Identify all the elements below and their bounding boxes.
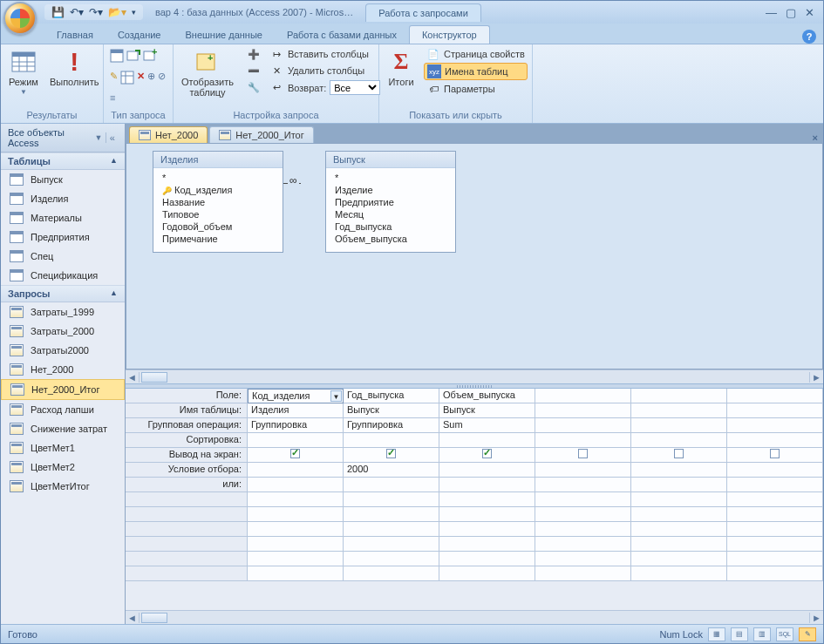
nav-group-header[interactable]: Запросы▲ xyxy=(1,285,125,302)
qat-more-icon[interactable]: ▾ xyxy=(132,8,136,17)
nav-item[interactable]: Выпуск xyxy=(1,170,125,189)
undo-icon[interactable]: ↶▾ xyxy=(70,6,84,18)
view-datasheet-button[interactable]: ▦ xyxy=(708,627,725,641)
minimize-button[interactable]: — xyxy=(766,6,777,19)
grid-cell[interactable] xyxy=(248,537,344,552)
grid-cell[interactable] xyxy=(535,448,631,463)
nav-item[interactable]: Изделия xyxy=(1,189,125,208)
grid-cell[interactable]: Год_выпуска xyxy=(344,389,439,403)
checkbox[interactable] xyxy=(578,449,588,458)
grid-cell[interactable] xyxy=(727,433,823,448)
grid-cell[interactable] xyxy=(727,507,823,522)
run-button[interactable]: ! Выполнить xyxy=(45,46,103,89)
make-table-icon[interactable] xyxy=(126,49,140,64)
nav-item[interactable]: Затраты_2000 xyxy=(1,322,125,341)
grid-cell[interactable]: Группировка xyxy=(248,418,344,433)
nav-group-header[interactable]: Таблицы▲ xyxy=(1,153,125,170)
grid-cell[interactable] xyxy=(344,537,439,552)
grid-cell[interactable] xyxy=(248,492,344,507)
nav-item[interactable]: Расход лапши xyxy=(1,400,125,419)
grid-cell[interactable] xyxy=(631,389,727,403)
grid-cell[interactable]: Код_изделия▼ xyxy=(248,389,344,403)
grid-cell[interactable] xyxy=(631,433,727,448)
grid-cell[interactable] xyxy=(727,418,823,433)
nav-item[interactable]: Спец xyxy=(1,247,125,266)
grid-cell[interactable] xyxy=(344,492,439,507)
grid-cell[interactable] xyxy=(727,448,823,463)
scroll-right-icon[interactable]: ► xyxy=(809,613,823,623)
grid-cell[interactable] xyxy=(248,448,344,463)
field-item[interactable]: Изделие xyxy=(335,184,446,196)
grid-cell[interactable] xyxy=(631,492,727,507)
grid-cell[interactable] xyxy=(535,403,631,418)
grid-cell[interactable] xyxy=(535,492,631,507)
passthrough-query-icon[interactable]: ⊘ xyxy=(158,71,166,82)
grid-cell[interactable] xyxy=(344,507,439,522)
grid-cell[interactable] xyxy=(344,566,439,581)
totals-button[interactable]: Σ Итоги xyxy=(383,46,419,89)
close-tab-button[interactable]: × xyxy=(807,132,823,143)
grid-cell[interactable] xyxy=(631,522,727,537)
grid-cell[interactable] xyxy=(727,478,823,492)
grid-cell[interactable] xyxy=(631,418,727,433)
grid-cell[interactable] xyxy=(248,566,344,581)
query-grid[interactable]: Поле:Код_изделия▼Год_выпускаОбъем_выпуск… xyxy=(126,389,823,581)
grid-cell[interactable] xyxy=(535,463,631,478)
checkbox[interactable] xyxy=(386,449,396,458)
grid-cell[interactable] xyxy=(439,463,535,478)
field-item[interactable]: Примечание xyxy=(162,233,274,245)
grid-cell[interactable]: Изделия xyxy=(248,403,344,418)
grid-cell[interactable]: Sum xyxy=(439,418,535,433)
view-pivottable-button[interactable]: ▤ xyxy=(731,627,748,641)
grid-cell[interactable] xyxy=(631,537,727,552)
grid-cell[interactable] xyxy=(535,522,631,537)
grid-cell[interactable]: Выпуск xyxy=(439,403,535,418)
document-tab[interactable]: Нет_2000 xyxy=(129,126,208,143)
grid-cell[interactable] xyxy=(727,566,823,581)
grid-cell[interactable] xyxy=(439,537,535,552)
tab-create[interactable]: Создание xyxy=(106,26,174,44)
grid-cell[interactable] xyxy=(727,537,823,552)
tab-external[interactable]: Внешние данные xyxy=(174,26,275,44)
grid-cell[interactable] xyxy=(535,566,631,581)
field-item[interactable]: Код_изделия xyxy=(162,184,274,196)
grid-cell[interactable] xyxy=(248,463,344,478)
grid-cell[interactable] xyxy=(439,478,535,492)
update-query-icon[interactable]: ✎ xyxy=(110,71,118,82)
grid-cell[interactable] xyxy=(727,403,823,418)
grid-cell[interactable] xyxy=(535,418,631,433)
nav-item[interactable]: ЦветМет2 xyxy=(1,458,125,477)
grid-cell[interactable] xyxy=(535,433,631,448)
grid-cell[interactable] xyxy=(439,522,535,537)
tab-home[interactable]: Главная xyxy=(44,26,106,44)
field-item[interactable]: Типовое xyxy=(162,208,274,220)
chevron-down-icon[interactable]: ▼ xyxy=(95,133,103,142)
datadef-query-icon[interactable]: ≡ xyxy=(110,92,115,103)
delete-cols-button[interactable]: ✕Удалить столбцы xyxy=(268,63,383,78)
grid-cell[interactable] xyxy=(727,492,823,507)
scroll-left-icon[interactable]: ◄ xyxy=(126,613,140,623)
grid-cell[interactable] xyxy=(344,448,439,463)
grid-cell[interactable] xyxy=(248,433,344,448)
show-table-button[interactable]: + Отобразить таблицу xyxy=(177,46,238,99)
delete-query-icon[interactable]: ✕ xyxy=(137,71,145,82)
scroll-thumb[interactable] xyxy=(141,372,167,383)
diagram-hscroll[interactable]: ◄► xyxy=(126,369,823,383)
grid-cell[interactable] xyxy=(344,478,439,492)
grid-cell[interactable]: Выпуск xyxy=(344,403,439,418)
grid-cell[interactable] xyxy=(439,566,535,581)
insert-rows-button[interactable]: ➕ xyxy=(244,46,263,62)
grid-cell[interactable] xyxy=(248,522,344,537)
field-item[interactable]: Предприятие xyxy=(335,196,446,208)
scroll-thumb[interactable] xyxy=(141,613,167,623)
grid-cell[interactable] xyxy=(727,389,823,403)
delete-rows-button[interactable]: ➖ xyxy=(244,63,263,78)
grid-cell[interactable] xyxy=(535,389,631,403)
tab-database[interactable]: Работа с базами данных xyxy=(275,26,409,44)
splitter[interactable] xyxy=(126,383,823,389)
nav-item[interactable]: Нет_2000 xyxy=(1,360,125,379)
grid-cell[interactable] xyxy=(344,522,439,537)
view-button[interactable]: Режим ▼ xyxy=(4,46,43,98)
nav-item[interactable]: Затраты2000 xyxy=(1,341,125,360)
grid-cell[interactable]: Группировка xyxy=(344,418,439,433)
